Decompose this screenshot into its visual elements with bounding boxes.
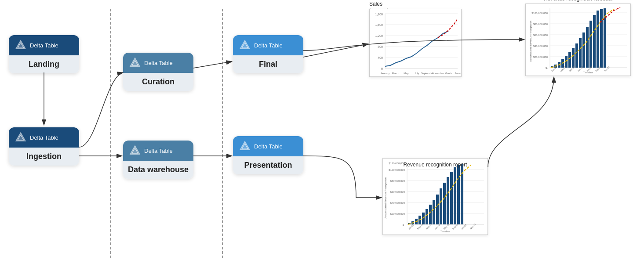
diagram-container: Delta Table Landing Delta Table Ingestio… [0, 0, 644, 267]
svg-rect-98 [450, 172, 453, 224]
svg-text:March: March [392, 72, 400, 75]
svg-line-115 [193, 61, 232, 68]
chart-rev-forecast: Accumulated Revenue Recognition $- $20,0… [525, 4, 631, 76]
svg-text:$40,000,000: $40,000,000 [390, 202, 405, 204]
svg-rect-96 [443, 183, 446, 224]
svg-rect-54 [575, 43, 578, 68]
svg-rect-52 [568, 52, 571, 68]
divider-1 [110, 9, 111, 258]
node-curation[interactable]: Delta Table Curation [123, 53, 193, 91]
svg-rect-91 [426, 209, 428, 224]
node-label-landing: Landing [9, 55, 79, 73]
node-header-ingestion: Delta Table [30, 134, 58, 141]
node-presentation[interactable]: Delta Table Presentation [233, 136, 303, 174]
svg-text:Timeline: Timeline [440, 230, 451, 233]
svg-rect-53 [572, 48, 575, 68]
delta-icon-ingestion [15, 132, 26, 143]
delta-icon-presentation [239, 141, 251, 152]
rev-report-svg: Accumulated Revenue Recognition $- $20,0… [383, 159, 488, 235]
node-header-curation: Delta Table [144, 60, 173, 66]
svg-text:July: July [415, 72, 419, 75]
svg-text:0: 0 [381, 67, 383, 70]
chart-rev-report-title: Revenue recognition report [382, 162, 488, 168]
node-label-final: Final [233, 55, 303, 73]
node-label-datawarehouse: Data warehouse [123, 161, 193, 179]
svg-rect-60 [597, 11, 599, 68]
node-header-final: Delta Table [254, 42, 283, 49]
chart-rev-forecast-title: Revenue recognition forecast [525, 0, 631, 2]
svg-rect-58 [589, 21, 592, 68]
chart-sales-forecast: 0 400 800 1,200 1,600 1,800 January Marc… [369, 9, 462, 77]
node-header-landing: Delta Table [30, 42, 58, 49]
svg-rect-61 [600, 9, 603, 68]
svg-rect-99 [454, 167, 456, 224]
svg-text:1,800: 1,800 [375, 13, 383, 16]
svg-rect-51 [565, 56, 568, 68]
node-ingestion[interactable]: Delta Table Ingestion [9, 127, 79, 166]
svg-rect-95 [440, 188, 442, 224]
svg-text:$60,000,000: $60,000,000 [533, 34, 548, 36]
svg-text:Accumulated Revenue Recognitio: Accumulated Revenue Recognition [384, 177, 387, 219]
node-datawarehouse[interactable]: Delta Table Data warehouse [123, 141, 193, 179]
svg-text:400: 400 [378, 56, 383, 59]
svg-text:June: June [455, 72, 461, 75]
svg-rect-93 [433, 200, 435, 224]
svg-text:Accumulated Revenue Recognitio: Accumulated Revenue Recognition [529, 21, 532, 62]
node-label-ingestion: Ingestion [9, 148, 79, 166]
svg-text:$100,000,000: $100,000,000 [389, 169, 405, 171]
svg-text:$100,000,000: $100,000,000 [531, 12, 548, 14]
svg-rect-59 [593, 15, 596, 68]
node-header-presentation: Delta Table [254, 143, 283, 150]
svg-text:March: March [445, 72, 452, 75]
delta-icon-final [239, 40, 251, 51]
svg-rect-57 [586, 27, 589, 68]
svg-text:$20,000,000: $20,000,000 [390, 213, 405, 215]
rev-forecast-svg: Accumulated Revenue Recognition $- $20,0… [526, 4, 631, 76]
svg-line-117 [303, 44, 368, 57]
svg-text:May: May [404, 72, 408, 75]
node-final[interactable]: Delta Table Final [233, 35, 303, 73]
node-landing[interactable]: Delta Table Landing [9, 35, 79, 73]
chart-rev-report: Accumulated Revenue Recognition $- $20,0… [382, 158, 488, 235]
node-label-presentation: Presentation [233, 156, 303, 174]
svg-text:800: 800 [378, 45, 383, 48]
svg-text:$80,000,000: $80,000,000 [390, 180, 405, 182]
svg-rect-56 [582, 32, 585, 68]
svg-rect-97 [447, 177, 449, 224]
svg-rect-55 [579, 38, 582, 68]
svg-rect-100 [457, 165, 460, 224]
svg-text:January: January [380, 72, 389, 75]
svg-text:November: November [432, 72, 444, 75]
svg-text:Nov-23: Nov-23 [469, 223, 476, 230]
svg-text:1,600: 1,600 [375, 23, 383, 26]
svg-text:$20,000,000: $20,000,000 [533, 56, 548, 58]
svg-text:$60,000,000: $60,000,000 [390, 191, 405, 193]
node-header-datawarehouse: Delta Table [144, 148, 173, 154]
svg-text:1,200: 1,200 [375, 34, 383, 37]
node-label-curation: Curation [123, 73, 193, 91]
svg-text:$80,000,000: $80,000,000 [533, 23, 548, 25]
divider-2 [222, 9, 223, 258]
svg-rect-90 [422, 213, 425, 224]
delta-icon-landing [15, 40, 26, 51]
svg-text:$-: $- [546, 67, 548, 69]
svg-text:$-: $- [403, 224, 405, 226]
sales-forecast-svg: 0 400 800 1,200 1,600 1,800 January Marc… [370, 9, 462, 77]
svg-text:$40,000,000: $40,000,000 [533, 45, 548, 47]
svg-rect-92 [429, 205, 432, 224]
svg-rect-94 [436, 195, 439, 224]
delta-icon-curation [129, 57, 141, 69]
delta-icon-datawarehouse [129, 145, 141, 156]
